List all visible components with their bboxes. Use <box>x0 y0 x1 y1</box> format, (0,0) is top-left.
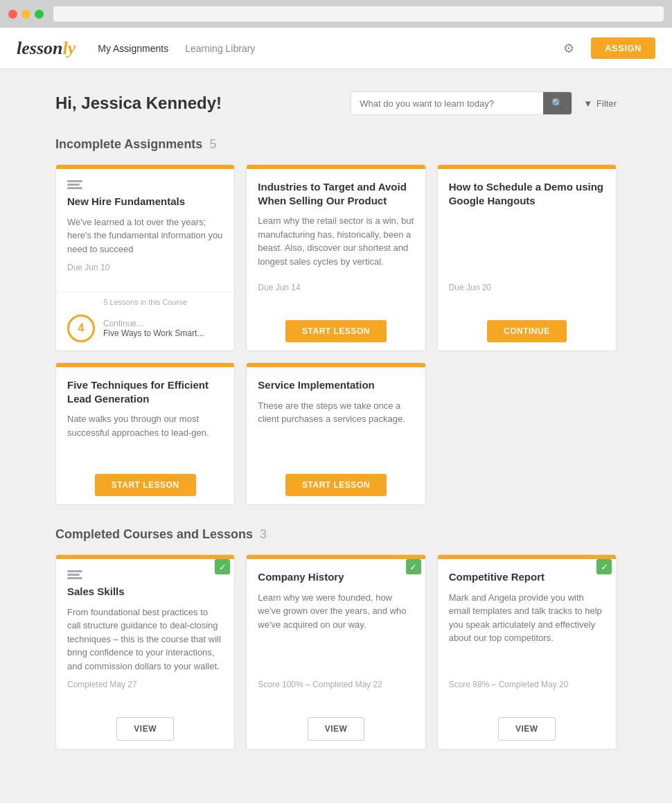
next-title: Five Ways to Work Smart... <box>103 328 204 338</box>
card-title: Company History <box>258 570 414 584</box>
card-desc: From foundational best practices to call… <box>67 606 223 673</box>
hero-row: Hi, Jessica Kennedy! 🔍 ▼ Filter <box>55 91 617 115</box>
card-body: Industries to Target and Avoid When Sell… <box>247 169 425 312</box>
browser-chrome <box>0 0 672 28</box>
nav-link-learning-library[interactable]: Learning Library <box>185 40 255 57</box>
browser-dot-green[interactable] <box>35 10 44 19</box>
card-sales-skills: ✓ Sales Skills From foundational best pr… <box>55 554 235 750</box>
navbar: lessonly My Assignments Learning Library… <box>0 28 672 69</box>
nav-link-my-assignments[interactable]: My Assignments <box>98 40 168 57</box>
completed-section-count: 3 <box>260 527 267 542</box>
greeting: Hi, Jessica Kennedy! <box>55 94 222 113</box>
search-button[interactable]: 🔍 <box>543 92 572 114</box>
gear-button[interactable]: ⚙ <box>558 37 580 60</box>
completed-section-title: Completed Courses and Lessons <box>55 527 253 542</box>
card-title: How to Schedule a Demo using Google Hang… <box>449 180 605 207</box>
filter-button[interactable]: ▼ Filter <box>583 98 617 109</box>
browser-dot-red[interactable] <box>8 10 17 19</box>
nav-right: ⚙ ASSIGN <box>558 37 655 60</box>
card-desc: We've learned a lot over the years; here… <box>67 215 223 256</box>
score-info: Score 88% – Completed May 20 <box>449 680 605 689</box>
card-title: Industries to Target and Avoid When Sell… <box>258 180 414 207</box>
card-desc: Learn why the retail sector is a win, bu… <box>258 214 414 268</box>
card-how-to-schedule-demo: How to Schedule a Demo using Google Hang… <box>437 164 617 351</box>
start-lesson-button[interactable]: START LESSON <box>95 474 196 496</box>
browser-dot-yellow[interactable] <box>21 10 30 19</box>
card-due: Due Jun 10 <box>67 263 223 272</box>
filter-label: Filter <box>596 98 617 109</box>
card-desc: These are the steps we take once a clien… <box>258 399 414 426</box>
next-label: Continue... <box>103 319 204 328</box>
view-button[interactable]: VIEW <box>308 717 365 741</box>
assign-button[interactable]: ASSIGN <box>591 37 655 59</box>
logo-text: lesson <box>17 38 62 58</box>
incomplete-section-title: Incomplete Assignments <box>55 137 202 152</box>
card-actions: VIEW <box>438 709 616 749</box>
course-info: 5 Lessons in this Course <box>56 292 234 309</box>
card-actions: VIEW <box>247 709 425 749</box>
view-button[interactable]: VIEW <box>498 717 556 741</box>
stack-icon <box>67 570 223 579</box>
card-title: New Hire Fundamentals <box>67 195 223 209</box>
card-title: Five Techniques for Efficient Lead Gener… <box>67 378 223 405</box>
browser-address-bar[interactable] <box>53 6 664 21</box>
completed-date: Completed May 27 <box>67 680 223 689</box>
card-body: Service Implementation These are the ste… <box>247 367 425 466</box>
nav-links: My Assignments Learning Library <box>98 40 558 57</box>
search-box: 🔍 <box>351 91 572 115</box>
completed-card-grid: ✓ Sales Skills From foundational best pr… <box>55 554 617 750</box>
next-lesson: Continue... Five Ways to Work Smart... <box>103 319 204 338</box>
view-button[interactable]: VIEW <box>116 717 174 741</box>
completed-badge: ✓ <box>406 559 421 574</box>
continue-button[interactable]: CONTINUE <box>487 320 567 342</box>
card-competitive-report: ✓ Competitive Report Mark and Angela pro… <box>437 554 617 750</box>
card-actions: START LESSON <box>56 466 234 504</box>
card-body: Competitive Report Mark and Angela provi… <box>438 559 616 709</box>
card-body: Company History Learn why we were founde… <box>247 559 425 709</box>
card-company-history: ✓ Company History Learn why we were foun… <box>246 554 425 750</box>
filter-icon: ▼ <box>583 98 592 109</box>
card-industries-to-target: Industries to Target and Avoid When Sell… <box>246 164 425 351</box>
card-body: New Hire Fundamentals We've learned a lo… <box>56 169 234 292</box>
card-due: Due Jun 14 <box>258 283 414 292</box>
card-body: Five Techniques for Efficient Lead Gener… <box>56 367 234 466</box>
stack-icon <box>67 180 223 189</box>
card-five-techniques: Five Techniques for Efficient Lead Gener… <box>55 362 235 505</box>
card-body: How to Schedule a Demo using Google Hang… <box>438 169 616 312</box>
completed-section-header: Completed Courses and Lessons 3 <box>55 527 617 542</box>
card-service-implementation: Service Implementation These are the ste… <box>246 362 425 505</box>
card-title: Sales Skills <box>67 585 223 599</box>
card-due: Due Jun 20 <box>449 283 605 292</box>
page-content: Hi, Jessica Kennedy! 🔍 ▼ Filter Incomple… <box>0 69 672 803</box>
incomplete-section-header: Incomplete Assignments 5 <box>55 137 617 152</box>
card-desc: Mark and Angela provide you with email t… <box>449 591 605 645</box>
logo-accent: ly <box>62 38 76 58</box>
search-input[interactable] <box>351 93 543 114</box>
card-actions: START LESSON <box>247 466 425 504</box>
card-desc: Nate walks you through our most successf… <box>67 412 223 439</box>
incomplete-section-count: 5 <box>209 137 216 152</box>
start-lesson-button[interactable]: START LESSON <box>285 320 387 342</box>
card-desc: Learn why we were founded, how we've gro… <box>258 591 414 632</box>
progress-circle: 4 <box>67 315 95 342</box>
card-title: Service Implementation <box>258 378 414 392</box>
course-next: 4 Continue... Five Ways to Work Smart... <box>56 309 234 351</box>
start-lesson-button[interactable]: START LESSON <box>285 474 387 496</box>
completed-badge: ✓ <box>215 559 230 574</box>
incomplete-card-grid: New Hire Fundamentals We've learned a lo… <box>55 164 617 505</box>
card-actions: VIEW <box>56 709 234 749</box>
card-actions: CONTINUE <box>438 312 616 351</box>
card-title: Competitive Report <box>449 570 605 584</box>
card-new-hire-fundamentals: New Hire Fundamentals We've learned a lo… <box>55 164 235 351</box>
score-info: Score 100% – Completed May 22 <box>258 680 414 689</box>
card-body: Sales Skills From foundational best prac… <box>56 559 234 709</box>
card-actions: START LESSON <box>247 312 425 351</box>
search-area: 🔍 ▼ Filter <box>351 91 617 115</box>
logo[interactable]: lessonly <box>17 37 76 59</box>
completed-badge: ✓ <box>596 559 612 574</box>
